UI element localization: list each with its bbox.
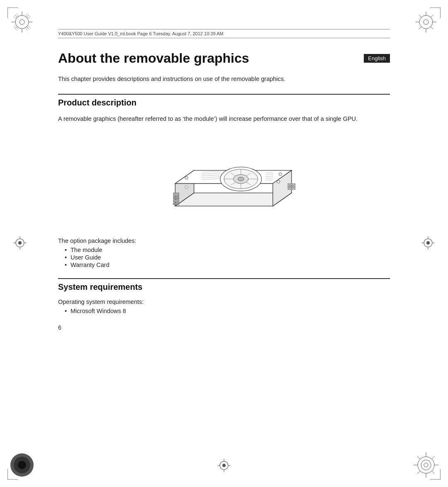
corner-mark-tr [411,7,441,37]
svg-line-44 [417,456,420,459]
svg-point-75 [238,177,243,181]
svg-line-47 [432,471,435,474]
svg-line-8 [15,27,17,29]
list-item-user-guide: User Guide [65,254,390,261]
svg-line-16 [27,26,31,28]
svg-rect-90 [173,200,179,202]
svg-line-17 [26,27,28,31]
corner-mark-bl [7,450,37,480]
header-bar: Y400&Y500 User Guide V1.0_ml.book Page 6… [58,29,390,38]
section-system-requirements: System requirements Operating system req… [58,278,390,314]
svg-point-84 [185,176,188,179]
title-section: About the removable graphics English [58,51,390,66]
svg-line-7 [27,15,29,17]
list-item-warranty-card: Warranty Card [65,262,390,268]
svg-point-21 [424,20,429,24]
section-heading-product: Product description [58,94,390,108]
svg-point-38 [421,460,431,470]
svg-point-1 [19,20,24,24]
package-label: The option package includes: [58,237,390,244]
svg-line-28 [419,27,421,29]
svg-rect-89 [173,197,179,199]
section-heading-system: System requirements [58,278,390,292]
gpu-module-illustration [145,132,303,228]
language-badge: English [364,54,390,63]
system-req-list: Microsoft Windows 8 [58,308,390,314]
svg-line-26 [419,15,421,17]
svg-line-15 [17,27,19,31]
svg-line-13 [27,17,31,19]
section-product-description: Product description A removable graphics… [58,94,390,268]
corner-mark-br [411,450,441,480]
svg-line-12 [26,13,28,17]
svg-point-57 [426,241,430,245]
svg-point-39 [424,463,428,467]
side-mark-bottom-center [217,458,231,475]
page-number: 6 [58,324,390,331]
svg-line-14 [13,26,17,28]
svg-point-34 [18,461,26,469]
side-mark-left [12,235,27,252]
svg-line-6 [15,15,17,17]
svg-rect-93 [288,186,295,188]
svg-point-51 [18,241,22,245]
svg-line-45 [432,456,435,459]
svg-rect-92 [288,184,295,185]
svg-line-27 [431,15,433,17]
svg-point-63 [222,464,226,467]
svg-rect-94 [288,188,295,190]
svg-line-11 [13,17,17,19]
svg-line-29 [431,27,433,29]
side-mark-right [421,235,436,252]
svg-point-85 [185,186,188,189]
intro-paragraph: This chapter provides descriptions and i… [58,74,390,84]
page: Y400&Y500 User Guide V1.0_ml.book Page 6… [0,0,448,487]
svg-point-87 [277,180,280,183]
svg-line-46 [417,471,420,474]
package-bullet-list: The module User Guide Warranty Card [58,247,390,268]
svg-rect-88 [173,193,179,196]
svg-rect-91 [173,203,179,205]
header-text: Y400&Y500 User Guide V1.0_ml.book Page 6… [58,31,224,36]
graphics-image [58,132,390,228]
list-item-windows: Microsoft Windows 8 [65,308,390,314]
svg-line-9 [27,27,29,29]
svg-line-10 [17,13,19,17]
list-item-module: The module [65,247,390,253]
system-req-text: Operating system requirements: [58,299,390,305]
section-text-product: A removable graphics (hereafter referred… [58,114,390,124]
svg-point-86 [279,173,282,176]
page-title: About the removable graphics [58,51,249,66]
corner-mark-tl [7,7,37,37]
